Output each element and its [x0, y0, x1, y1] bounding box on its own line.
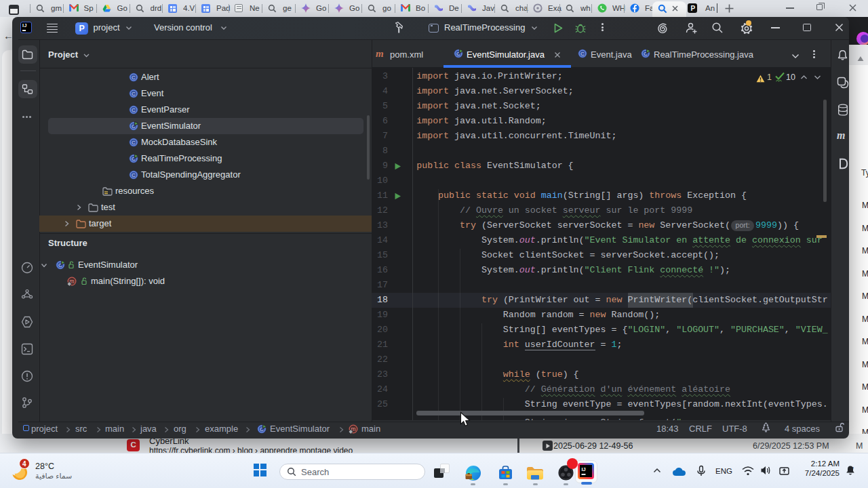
svg-text:z: z — [852, 466, 854, 470]
svg-text:IJ: IJ — [582, 466, 586, 472]
svg-text:C: C — [132, 140, 136, 146]
svg-text:C: C — [132, 91, 136, 97]
svg-text:C: C — [132, 75, 136, 81]
svg-text:C: C — [132, 107, 136, 113]
svg-text:C: C — [132, 172, 136, 178]
svg-text:C: C — [580, 51, 585, 57]
